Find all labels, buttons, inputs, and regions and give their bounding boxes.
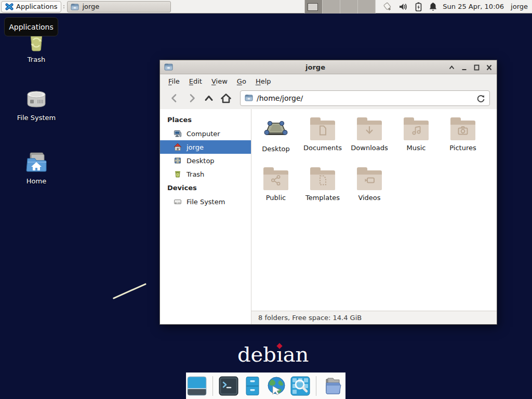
workspace-2[interactable] xyxy=(323,0,340,14)
app-finder-icon[interactable] xyxy=(290,376,310,396)
file-item-music[interactable]: Music xyxy=(393,110,440,160)
debian-logo: debıan xyxy=(237,342,309,367)
forward-button[interactable] xyxy=(184,90,200,106)
notifications-bell-icon[interactable] xyxy=(429,2,437,11)
file-item-documents[interactable]: Documents xyxy=(299,110,346,160)
file-view[interactable]: Desktop Documents xyxy=(251,109,497,324)
file-item-downloads[interactable]: Downloads xyxy=(346,110,393,160)
sidebar-item-computer[interactable]: Computer xyxy=(160,127,251,140)
folder-icon-public xyxy=(263,167,288,190)
taskbar-window-button[interactable]: jorge xyxy=(67,1,171,12)
desktop-special-icon xyxy=(263,116,288,141)
file-manager-window: jorge File Edit View Go Help xyxy=(159,60,497,325)
sidebar-item-label: File System xyxy=(187,198,225,206)
sidebar-item-file-system[interactable]: File System xyxy=(160,195,251,208)
computer-icon xyxy=(174,129,182,138)
file-item-public[interactable]: Public xyxy=(252,160,299,210)
file-item-label: Downloads xyxy=(351,144,388,152)
sidebar-item-trash[interactable]: Trash xyxy=(160,167,251,181)
reload-button[interactable] xyxy=(476,94,485,103)
desktop-icon-label: Trash xyxy=(28,56,45,63)
file-manager-icon[interactable] xyxy=(243,376,262,396)
xfce-logo-icon xyxy=(5,3,14,11)
folder-icon-pictures xyxy=(450,117,475,140)
show-desktop-icon[interactable] xyxy=(187,376,207,396)
workspace-3[interactable] xyxy=(340,0,358,14)
battery-icon[interactable] xyxy=(414,2,423,11)
music-notes-glyph xyxy=(410,124,422,137)
document-glyph xyxy=(316,124,329,137)
folder-icon-documents xyxy=(310,117,335,140)
sidebar-places-header: Places xyxy=(160,113,251,127)
file-item-label: Videos xyxy=(358,194,380,202)
desktop-icon-file-system[interactable]: File System xyxy=(11,87,61,122)
menu-file[interactable]: File xyxy=(164,75,184,87)
volume-icon[interactable] xyxy=(398,2,408,11)
menu-help[interactable]: Help xyxy=(251,75,276,87)
file-item-label: Pictures xyxy=(449,144,476,152)
file-item-label: Public xyxy=(266,194,286,202)
panel-username[interactable]: jorge xyxy=(511,3,528,10)
window-title: jorge xyxy=(191,63,440,71)
desktop-icon-label: Home xyxy=(26,177,46,185)
folder-icon-videos xyxy=(357,167,382,190)
path-input[interactable] xyxy=(257,94,473,102)
menu-edit[interactable]: Edit xyxy=(184,75,207,87)
menu-go[interactable]: Go xyxy=(232,75,251,87)
workspace-1[interactable] xyxy=(305,0,323,14)
home-button[interactable] xyxy=(218,90,234,106)
file-item-desktop[interactable]: Desktop xyxy=(252,110,299,160)
file-item-label: Documents xyxy=(303,144,342,152)
file-item-label: Templates xyxy=(305,194,340,202)
file-item-pictures[interactable]: Pictures xyxy=(440,110,486,160)
desktop-icon xyxy=(174,156,182,165)
maximize-button[interactable] xyxy=(472,63,481,72)
file-item-label: Music xyxy=(407,144,426,152)
minimize-button[interactable] xyxy=(460,63,468,72)
system-tray xyxy=(382,2,437,11)
menu-view[interactable]: View xyxy=(207,75,232,87)
terminal-icon[interactable] xyxy=(219,376,238,396)
desktop-icon-home[interactable]: Home xyxy=(11,150,61,185)
sidebar-item-desktop[interactable]: Desktop xyxy=(160,154,251,167)
titlebar[interactable]: jorge xyxy=(160,60,497,74)
directory-menu-icon[interactable] xyxy=(322,376,345,396)
sidebar: Places Computer jorge xyxy=(160,109,251,324)
status-bar: 8 folders, Free space: 14.4 GiB xyxy=(251,311,497,324)
desktop-icon-label: File System xyxy=(17,114,56,122)
sidebar-item-jorge[interactable]: jorge xyxy=(160,140,251,154)
video-camera-glyph xyxy=(363,174,376,187)
close-button[interactable] xyxy=(485,63,493,72)
applications-menu-button[interactable]: Applications xyxy=(1,1,61,12)
shade-button[interactable] xyxy=(447,63,456,72)
dock-separator xyxy=(212,376,213,396)
sidebar-devices-header: Devices xyxy=(160,181,251,195)
window-folder-icon xyxy=(164,63,173,73)
dock-panel xyxy=(186,373,345,399)
up-button[interactable] xyxy=(201,90,217,106)
folder-icon xyxy=(71,3,79,10)
taskbar-window-label: jorge xyxy=(82,3,99,10)
web-browser-icon[interactable] xyxy=(267,376,286,396)
top-panel: Applications jorge xyxy=(0,0,532,14)
folder-icon-downloads xyxy=(357,117,382,140)
template-glyph xyxy=(316,174,329,187)
back-button[interactable] xyxy=(167,90,182,106)
toolbar xyxy=(160,88,497,109)
file-item-templates[interactable]: Templates xyxy=(299,160,346,210)
panel-clock[interactable]: Sun 25 Apr, 10:06 xyxy=(443,3,504,10)
workspace-4[interactable] xyxy=(358,0,376,14)
drive-icon xyxy=(174,197,182,206)
folder-icon-music xyxy=(404,117,429,140)
hard-drive-icon xyxy=(24,87,49,111)
logo-text: deb xyxy=(237,342,276,367)
workspace-switcher xyxy=(304,0,376,14)
panel-handle[interactable] xyxy=(61,0,66,13)
stylus-icon[interactable] xyxy=(382,2,393,11)
file-item-videos[interactable]: Videos xyxy=(346,160,393,210)
path-folder-icon xyxy=(245,94,253,103)
sidebar-item-label: Desktop xyxy=(187,157,215,165)
download-arrow-glyph xyxy=(363,124,376,137)
path-bar[interactable] xyxy=(240,90,490,106)
status-text: 8 folders, Free space: 14.4 GiB xyxy=(258,314,362,322)
